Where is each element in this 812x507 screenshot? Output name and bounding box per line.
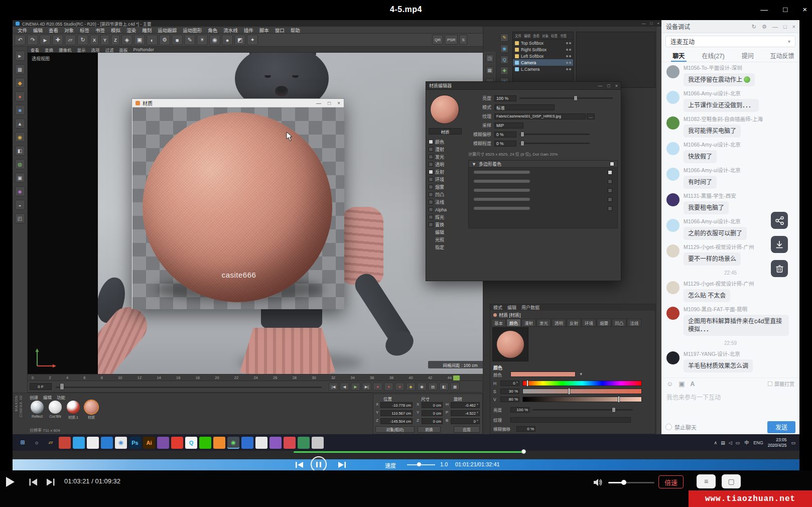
coord-axis-label: Y: [417, 410, 419, 415]
c4d-menu-item: 雕刻: [139, 27, 155, 34]
palette-tool-icon: ▲: [15, 118, 25, 129]
frame-number: 38: [389, 375, 393, 380]
chat-message: M1090-黑白-FAT-平面-昆明企图用布料解算插件来在c4d里直接模拟．．．: [665, 306, 795, 336]
object-manager-menu-item: 书签: [560, 33, 567, 38]
chat-username: M1197-YANG-设计-北京: [684, 350, 795, 358]
material-editor-sphere: [430, 95, 459, 124]
notification-icon: ▭: [791, 440, 795, 445]
minimize-icon: —: [316, 99, 321, 107]
slider-handle: [520, 141, 524, 146]
shading-option-bar: [474, 207, 530, 210]
brand-logo: MAXON: [14, 395, 19, 412]
playback-speed-button[interactable]: 倍速: [658, 475, 684, 488]
shading-option-bar: [474, 180, 530, 183]
chat-message-text: 我可能得买电脑了: [684, 124, 741, 138]
channel-label: 法线: [435, 199, 444, 205]
hue-value: 0 °: [500, 381, 519, 386]
frame-number: 14: [157, 375, 161, 380]
material-swatch: Reflect: [30, 401, 45, 420]
go-end-icon: ▶|: [362, 383, 371, 391]
player-menu-button[interactable]: ≡: [697, 474, 716, 488]
palette-tool-icon: ►: [15, 51, 25, 61]
coord-value-field: 110.567 cm: [380, 410, 413, 416]
minimize-button[interactable]: —: [760, 3, 768, 16]
player-window-button[interactable]: ▢: [722, 474, 741, 488]
sampling-label: 采样: [466, 122, 494, 129]
image-icon: ▣: [679, 380, 685, 388]
c4d-toolbar: ↶↷►✚▱↻XYZ◈▣◐⚙■✎☀◉●◩✦: [13, 34, 484, 47]
pen-tool-icon: ✎: [184, 35, 195, 45]
coord-axis-label: Z: [417, 418, 419, 423]
channel-tab: 发光: [536, 319, 551, 327]
texture-file-field: FabricCashmere001_DISP_HIRES.jpg: [494, 113, 586, 119]
interaction-mode-dropdown: 连麦互动: [665, 36, 795, 47]
chat-username: M1066-Amy-ui设计-北京: [684, 141, 795, 149]
channel-tab: 环境: [582, 319, 596, 327]
share-button[interactable]: [771, 212, 788, 229]
close-button: ×: [792, 20, 795, 33]
toggle-dot: [566, 42, 568, 44]
step-back-icon: [296, 462, 304, 468]
object-label: Right Softbox: [521, 47, 547, 52]
material-name-field: 材质: [429, 128, 462, 135]
tray-icon: ▤: [721, 440, 725, 445]
channel-label: 凹凸: [435, 191, 444, 198]
channel-tab: 凹凸: [612, 319, 626, 327]
speed-value: 1.0: [440, 461, 448, 467]
value-slider: [522, 397, 642, 402]
avatar: [666, 116, 680, 130]
avatar: [666, 91, 680, 104]
previous-button[interactable]: [29, 478, 38, 487]
material-swatch: 材质: [84, 401, 99, 420]
material-channel-row: 置换: [429, 221, 464, 228]
mute-checkbox: [665, 424, 672, 430]
volume-slider-handle[interactable]: [621, 480, 626, 485]
palette-tool-icon: ◉: [15, 132, 25, 142]
inner-player-progress: [294, 451, 524, 453]
video-frame[interactable]: CINEMA 4D R20.055 Studio(RC - R20) - [第四…: [13, 20, 799, 470]
object-toggles: [566, 49, 571, 51]
download-button[interactable]: [771, 236, 788, 253]
delete-button[interactable]: [771, 260, 788, 277]
side-tool-icon: ▦: [486, 66, 494, 74]
texture-info: 计算尺寸 8525 x 8525, 24 位 (8 位), Dot Gain 2…: [468, 151, 619, 157]
chat-window-title: 设备调试: [666, 22, 690, 31]
object-manager-menu-item: 标签: [551, 33, 558, 38]
blur-label: 模糊偏移: [493, 426, 516, 432]
channel-tab: 基本: [491, 319, 506, 327]
toggle-dot: [569, 49, 571, 51]
play-icon: ▶: [351, 383, 360, 391]
play-button[interactable]: [5, 476, 15, 489]
record-rotation-icon: ●: [395, 383, 404, 391]
attribute-material-preview: [492, 327, 528, 361]
emoji-icon: [744, 76, 750, 83]
app-icon: [298, 437, 310, 449]
object-manager-menu-item: 对象: [542, 33, 549, 38]
c4d-menu-item: 角色: [205, 27, 220, 34]
timeline-slider: [56, 387, 322, 388]
material-sphere-thumb: [67, 401, 80, 414]
c4d-menu-item: 标签: [77, 27, 92, 34]
selection-tool-icon: ►: [40, 35, 51, 45]
tray-time: 23:05: [768, 437, 787, 443]
coord-column-header: 位置: [383, 396, 392, 402]
close-button[interactable]: ×: [802, 3, 807, 16]
character-mouth: [275, 86, 288, 96]
chat-message-text: 我还停留在震动作上: [684, 73, 755, 86]
material-window-titlebar: 材质 — □ ×: [132, 99, 344, 107]
coord-value-field: 0 cm: [422, 410, 443, 416]
frame-number: 34: [351, 375, 355, 380]
object-label: Left Softbox: [521, 54, 544, 59]
pause-button-icon: [311, 456, 327, 470]
player-titlebar: 4-5.mp4 — □ ×: [0, 0, 812, 20]
maximize-button[interactable]: □: [783, 3, 787, 16]
frame-number: 28: [293, 375, 297, 380]
frame-number: 4: [66, 375, 68, 380]
coord-axis-label: H: [446, 402, 449, 407]
material-editor-window: 材质编辑器 — □ × 材质 颜色漫射发光透明反射环境烟雾凹凸法线Alpha辉光…: [426, 81, 621, 281]
volume-icon[interactable]: [593, 478, 603, 489]
inner-player-control-bar: 速度 1.0 01:01:21/01:32:41: [13, 459, 799, 470]
next-button[interactable]: [46, 478, 55, 487]
app-icon: [73, 437, 85, 449]
blur-value: 0 %: [516, 426, 535, 432]
